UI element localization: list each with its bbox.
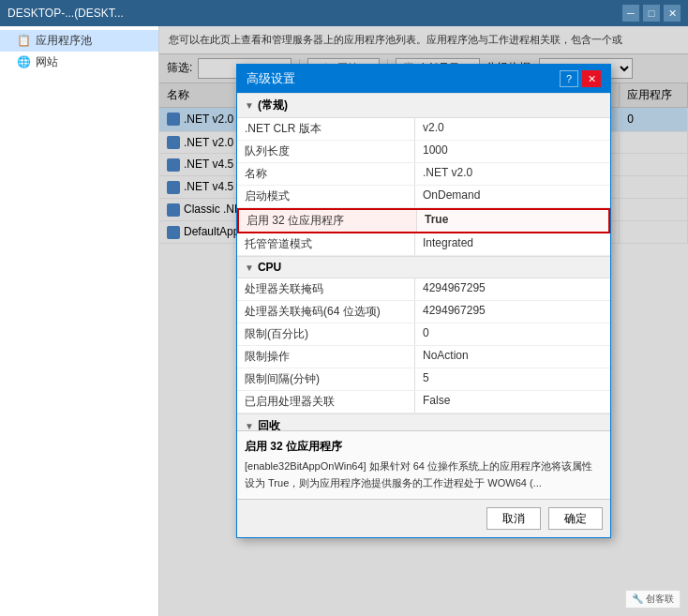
- prop-name: .NET CLR 版本: [237, 118, 415, 140]
- prop-value: .NET v2.0: [415, 163, 610, 185]
- property-list: ▼(常规).NET CLR 版本v2.0队列长度1000名称.NET v2.0启…: [237, 93, 610, 430]
- prop-row-1-3[interactable]: 限制操作NoAction: [237, 346, 610, 368]
- prop-row-1-5[interactable]: 已启用处理器关联False: [237, 391, 610, 413]
- dialog-help-button[interactable]: ?: [560, 70, 578, 87]
- sidebar-item-label-app-pool: 应用程序池: [36, 33, 92, 49]
- prop-value: Integrated: [415, 233, 610, 255]
- prop-value: 1000: [415, 141, 610, 162]
- prop-value: v2.0: [415, 118, 610, 140]
- dialog-footer: 取消 确定: [237, 499, 610, 537]
- prop-value: True: [417, 210, 608, 232]
- prop-value: 5: [415, 368, 610, 390]
- prop-row-0-4[interactable]: 启用 32 位应用程序True: [237, 208, 610, 233]
- dialog-description: 启用 32 位应用程序 [enable32BitAppOnWin64] 如果针对…: [237, 430, 610, 499]
- prop-row-0-0[interactable]: .NET CLR 版本v2.0: [237, 118, 610, 141]
- prop-row-1-2[interactable]: 限制(百分比)0: [237, 323, 610, 346]
- sidebar-item-app-pool[interactable]: 📋 应用程序池: [0, 30, 158, 52]
- dialog-controls: ? ✕: [560, 70, 601, 87]
- prop-row-1-0[interactable]: 处理器关联掩码4294967295: [237, 278, 610, 301]
- prop-name: 限制(百分比): [237, 323, 415, 345]
- prop-value: OnDemand: [415, 186, 610, 207]
- prop-name: 限制间隔(分钟): [237, 368, 415, 390]
- dialog-body: ▼(常规).NET CLR 版本v2.0队列长度1000名称.NET v2.0启…: [237, 93, 610, 499]
- prop-name: 启用 32 位应用程序: [239, 210, 417, 232]
- desc-title: 启用 32 位应用程序: [245, 439, 603, 455]
- main-layout: 📋 应用程序池 🌐 网站 您可以在此页上查看和管理服务器上的应用程序池列表。应用…: [0, 26, 688, 616]
- prop-value: 0: [415, 323, 610, 345]
- dialog-close-button[interactable]: ✕: [582, 70, 601, 87]
- dialog-titlebar: 高级设置 ? ✕: [237, 65, 610, 93]
- section-label: CPU: [258, 261, 281, 274]
- prop-value: NoAction: [415, 346, 610, 368]
- dialog-title: 高级设置: [247, 70, 295, 87]
- prop-value: 4294967295: [415, 301, 610, 323]
- prop-row-1-4[interactable]: 限制间隔(分钟)5: [237, 368, 610, 391]
- prop-name: 处理器关联掩码(64 位选项): [237, 301, 415, 323]
- collapse-icon: ▼: [245, 263, 254, 273]
- section-header-0[interactable]: ▼(常规): [237, 93, 610, 118]
- prop-row-1-1[interactable]: 处理器关联掩码(64 位选项)4294967295: [237, 301, 610, 323]
- dialog-overlay: 高级设置 ? ✕ ▼(常规).NET CLR 版本v2.0队列长度1000名称.…: [159, 26, 688, 616]
- section-header-1[interactable]: ▼CPU: [237, 256, 610, 278]
- advanced-settings-dialog: 高级设置 ? ✕ ▼(常规).NET CLR 版本v2.0队列长度1000名称.…: [236, 64, 611, 538]
- prop-value: 4294967295: [415, 278, 610, 300]
- cancel-button[interactable]: 取消: [486, 507, 541, 530]
- close-button[interactable]: ✕: [664, 5, 681, 22]
- prop-name: 处理器关联掩码: [237, 278, 415, 300]
- titlebar: DESKTOP-...(DESKT... ─ □ ✕: [0, 0, 688, 26]
- prop-row-0-3[interactable]: 启动模式OnDemand: [237, 186, 610, 208]
- collapse-icon: ▼: [245, 100, 254, 111]
- prop-name: 启动模式: [237, 186, 415, 207]
- titlebar-title: DESKTOP-...(DESKT...: [7, 7, 622, 20]
- content-area: 您可以在此页上查看和管理服务器上的应用程序池列表。应用程序池与工作进程相关联，包…: [159, 26, 688, 616]
- prop-name: 限制操作: [237, 346, 415, 368]
- prop-value: False: [415, 391, 610, 413]
- prop-name: 队列长度: [237, 141, 415, 162]
- minimize-button[interactable]: ─: [622, 5, 639, 22]
- watermark: 🔧 创客联: [625, 590, 681, 608]
- watermark-icon: 🔧: [632, 593, 643, 604]
- sidebar-item-label-website: 网站: [36, 54, 58, 70]
- titlebar-controls: ─ □ ✕: [622, 5, 681, 22]
- prop-row-0-2[interactable]: 名称.NET v2.0: [237, 163, 610, 186]
- prop-name: 托管管道模式: [237, 233, 415, 255]
- sidebar: 📋 应用程序池 🌐 网站: [0, 26, 159, 616]
- prop-row-0-1[interactable]: 队列长度1000: [237, 141, 610, 163]
- watermark-text: 创客联: [646, 593, 674, 604]
- prop-name: 名称: [237, 163, 415, 185]
- section-label: 回收: [258, 418, 280, 430]
- section-label: (常规): [258, 98, 288, 113]
- maximize-button[interactable]: □: [643, 5, 660, 22]
- desc-text: [enable32BitAppOnWin64] 如果针对 64 位操作系统上的应…: [245, 458, 603, 491]
- confirm-button[interactable]: 确定: [548, 507, 603, 530]
- website-icon: 🌐: [17, 55, 32, 70]
- app-pool-icon: 📋: [17, 34, 32, 49]
- prop-name: 已启用处理器关联: [237, 391, 415, 413]
- sidebar-item-website[interactable]: 🌐 网站: [0, 52, 158, 73]
- collapse-icon: ▼: [245, 421, 254, 430]
- section-header-2[interactable]: ▼回收: [237, 413, 610, 430]
- prop-row-0-5[interactable]: 托管管道模式Integrated: [237, 233, 610, 256]
